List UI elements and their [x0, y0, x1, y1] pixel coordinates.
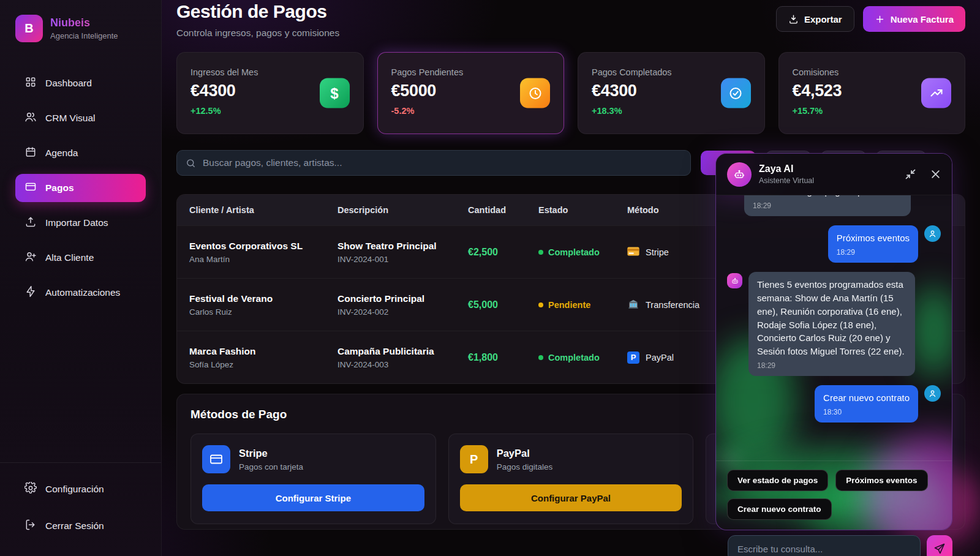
search-icon [186, 158, 196, 168]
search-box [176, 150, 691, 176]
sidebar-footer: ConfiguraciónCerrar Sesión [0, 462, 161, 556]
robot-icon [733, 168, 745, 181]
status-dot-icon [538, 250, 543, 255]
users-icon [24, 111, 37, 126]
client-cell: Festival de VeranoCarlos Ruiz [189, 293, 337, 317]
method-description: Pagos digitales [497, 462, 553, 471]
dashboard-icon [24, 76, 37, 91]
status-label: Pendiente [548, 300, 590, 310]
minimize-icon[interactable] [905, 169, 916, 179]
sidebar-item-configuracion[interactable]: Configuración [15, 475, 146, 503]
search-input[interactable] [203, 157, 682, 168]
download-icon [788, 14, 799, 24]
stat-label: Pagos Completados [592, 67, 751, 77]
status-label: Completado [548, 247, 600, 257]
method-label: PayPal [646, 353, 674, 363]
chat-input[interactable] [728, 535, 921, 556]
method-description: Pagos con tarjeta [239, 462, 303, 471]
configure-Stripe-button[interactable]: Configurar Stripe [202, 484, 424, 511]
sidebar-item-label: Importar Datos [45, 217, 108, 228]
method-label: Stripe [646, 247, 669, 257]
sidebar-item-alta-cliente[interactable]: Alta Cliente [15, 244, 146, 272]
chat-message-time: 18:29 [757, 361, 907, 371]
card-gold-icon [627, 247, 639, 258]
configure-PayPal-button[interactable]: Configurar PayPal [460, 484, 682, 511]
method-label: Transferencia [646, 300, 699, 310]
sidebar-item-label: Dashboard [45, 78, 92, 89]
status-label: Completado [548, 353, 600, 363]
invoice-number: INV-2024-002 [337, 307, 468, 317]
chat-message-time: 18:29 [753, 201, 902, 211]
description-cell: Campaña PublicitariaINV-2024-003 [337, 346, 468, 369]
trending-up-icon [921, 78, 951, 108]
method-name: PayPal [497, 448, 553, 459]
stat-card[interactable]: Ingresos del Mes€4300+12.5%$ [176, 52, 364, 134]
amount-cell: €5,000 [468, 299, 538, 310]
new-invoice-button[interactable]: Nueva Factura [863, 6, 965, 32]
user-avatar [924, 225, 941, 242]
payment-description: Concierto Principal [337, 293, 468, 304]
chat-messages: detalles de algún pago específico?18:29P… [716, 195, 952, 460]
sidebar: B Niubeis Agencia Inteligente DashboardC… [0, 0, 162, 556]
client-cell: Eventos Corporativos SLAna Martín [189, 241, 337, 264]
status-badge: Completado [538, 353, 627, 363]
chat-message-text: Tienes 5 eventos programados esta semana… [757, 278, 907, 358]
chat-message-time: 18:30 [823, 407, 910, 418]
sidebar-item-label: Cerrar Sesión [45, 520, 104, 532]
close-icon[interactable] [930, 169, 941, 179]
sidebar-item-importar[interactable]: Importar Datos [15, 209, 146, 237]
chat-message-time: 18:29 [837, 247, 910, 258]
payment-method-card-paypal: PPayPalPagos digitalesConfigurar PayPal [448, 434, 694, 524]
quick-action-chip[interactable]: Crear nuevo contrato [727, 498, 832, 520]
quick-action-chip[interactable]: Ver estado de pagos [727, 470, 828, 491]
chat-message-assistant: detalles de algún pago específico?18:29 [727, 195, 941, 216]
chat-message-user: Crear nuevo contrato18:30 [727, 385, 941, 423]
payment-method-card-stripe: StripePagos con tarjetaConfigurar Stripe [190, 434, 436, 524]
bot-avatar [727, 162, 752, 187]
upload-icon [24, 216, 37, 230]
method-name: Stripe [239, 448, 303, 459]
table-column-header: Estado [538, 205, 627, 215]
sidebar-item-label: CRM Visual [45, 113, 96, 124]
bot-avatar [727, 273, 742, 288]
sidebar-item-label: Automatizaciones [45, 287, 120, 298]
clock-icon [520, 78, 550, 108]
client-contact: Sofía López [189, 360, 337, 369]
sidebar-item-automatizaciones[interactable]: Automatizaciones [15, 279, 146, 307]
user-plus-icon [24, 250, 37, 265]
new-invoice-button-label: Nueva Factura [891, 14, 954, 24]
stat-card[interactable]: Pagos Pendientes€5000-5.2% [377, 52, 565, 134]
stat-label: Pagos Pendientes [391, 67, 551, 77]
method-card-top: PPayPalPagos digitales [460, 445, 682, 473]
stats-row: Ingresos del Mes€4300+12.5%$Pagos Pendie… [176, 52, 965, 134]
brand-name: Niubeis [50, 17, 118, 29]
export-button-label: Exportar [804, 14, 842, 24]
stat-card[interactable]: Comisiones€4,523+15.7% [778, 52, 966, 134]
chat-quick-actions: Ver estado de pagosPróximos eventosCrear… [716, 460, 952, 530]
paypal-badge: P [627, 351, 639, 364]
brand-logo: B [15, 15, 43, 42]
sidebar-item-cerrar-sesion[interactable]: Cerrar Sesión [15, 512, 146, 540]
chat-header: Zaya AI Asistente Virtual [716, 154, 952, 195]
client-name: Festival de Verano [189, 293, 337, 304]
credit-card-icon [24, 181, 37, 195]
export-button[interactable]: Exportar [776, 6, 854, 32]
sidebar-item-pagos[interactable]: Pagos [15, 174, 146, 202]
chat-title: Zaya AI [759, 163, 814, 175]
table-column-header: Cliente / Artista [189, 205, 337, 215]
amount-cell: €1,800 [468, 352, 538, 363]
chat-subtitle: Asistente Virtual [759, 176, 814, 185]
sidebar-item-agenda[interactable]: Agenda [15, 139, 146, 167]
sidebar-item-crm[interactable]: CRM Visual [15, 104, 146, 132]
chat-bubble: Crear nuevo contrato18:30 [815, 385, 918, 423]
stat-card[interactable]: Pagos Completados€4300+18.3% [578, 52, 765, 134]
sidebar-item-dashboard[interactable]: Dashboard [15, 69, 146, 97]
chat-message-text: detalles de algún pago específico? [753, 195, 902, 198]
invoice-number: INV-2024-001 [337, 255, 468, 264]
send-button[interactable] [927, 535, 952, 556]
quick-action-chip[interactable]: Próximos eventos [835, 470, 927, 491]
stat-label: Comisiones [793, 67, 952, 77]
description-cell: Show Teatro PrincipalINV-2024-001 [337, 241, 468, 264]
invoice-number: INV-2024-003 [337, 360, 468, 369]
client-contact: Carlos Ruiz [189, 307, 337, 317]
